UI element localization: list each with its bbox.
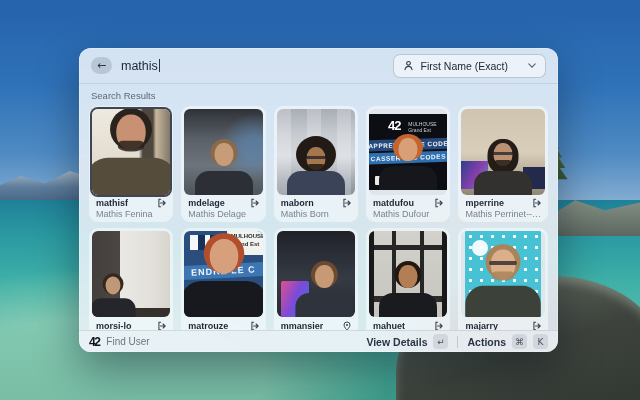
result-card-morsi-lo[interactable]: morsi-lo: [89, 228, 173, 330]
action-bar: 42 Find User View Details ↵ Actions ⌘ K: [79, 330, 558, 352]
enter-key-badge: ↵: [433, 334, 448, 349]
launcher-window: ← mathis First Name (Exact) Search Resul…: [79, 48, 558, 352]
result-photo: [277, 109, 355, 195]
results-grid: mathisf Mathis Fenina mdelage Mathis Del…: [89, 106, 548, 330]
result-username: mahuet: [373, 321, 405, 331]
cmd-key-badge: ⌘: [512, 334, 527, 349]
enter-icon: [157, 198, 167, 208]
text-cursor: [159, 59, 161, 72]
app-name: Find User: [106, 336, 149, 347]
k-key-badge: K: [533, 334, 548, 349]
enter-icon: [532, 198, 542, 208]
result-fullname: Mathis Perrinet--…: [461, 208, 545, 220]
section-title: Search Results: [91, 90, 548, 101]
result-photo: 42 MULHOUSE Grand Est APPRENDRE LE CODE …: [369, 109, 447, 195]
results-area: Search Results mathisf Mathis Fenina: [79, 84, 558, 330]
filter-dropdown-label: First Name (Exact): [420, 60, 508, 72]
result-username: mathisf: [96, 198, 128, 208]
enter-icon: [434, 198, 444, 208]
result-card-mmansier[interactable]: mmansier: [274, 228, 358, 330]
person-silhouette: [465, 244, 541, 317]
chevron-down-icon: [528, 63, 536, 68]
actions-button[interactable]: Actions: [467, 336, 506, 348]
result-fullname: Mathis Fenina: [92, 208, 170, 220]
result-card-mahuet[interactable]: mahuet: [366, 228, 450, 330]
search-input-value: mathis: [121, 59, 158, 73]
enter-icon: [532, 321, 542, 331]
person-silhouette: [294, 261, 354, 317]
result-photo: [277, 231, 355, 317]
enter-icon: [342, 198, 352, 208]
result-username: matrouze: [188, 321, 228, 331]
location-pin-icon: [342, 321, 352, 331]
arrow-left-icon: ←: [97, 59, 106, 72]
result-card-mathisf[interactable]: mathisf Mathis Fenina: [89, 106, 173, 222]
result-photo: [461, 109, 545, 195]
person-icon: [403, 60, 414, 71]
view-details-button[interactable]: View Details: [366, 336, 427, 348]
desktop: ← mathis First Name (Exact) Search Resul…: [0, 0, 640, 400]
divider: [457, 336, 458, 348]
enter-icon: [434, 321, 444, 331]
result-card-mperrine[interactable]: mperrine Mathis Perrinet--…: [458, 106, 548, 222]
person-silhouette: [473, 139, 533, 195]
result-photo: MULHOUSE Grand Est ENDRE LE C ER DES CO: [184, 231, 262, 317]
result-photo: [184, 109, 262, 195]
result-card-majarry[interactable]: majarry: [458, 228, 548, 330]
person-silhouette: [194, 139, 254, 195]
result-card-matdufou[interactable]: 42 MULHOUSE Grand Est APPRENDRE LE CODE …: [366, 106, 450, 222]
enter-icon: [250, 198, 260, 208]
back-button[interactable]: ←: [91, 57, 112, 74]
filter-dropdown[interactable]: First Name (Exact): [393, 54, 546, 78]
search-header: ← mathis First Name (Exact): [79, 48, 558, 84]
result-fullname: Mathis Born: [277, 208, 355, 220]
result-photo: [461, 231, 545, 317]
result-card-matrouze[interactable]: MULHOUSE Grand Est ENDRE LE C ER DES CO …: [181, 228, 265, 330]
result-card-maborn[interactable]: maborn Mathis Born: [274, 106, 358, 222]
result-card-mdelage[interactable]: mdelage Mathis Delage: [181, 106, 265, 222]
person-silhouette: [286, 139, 346, 195]
person-silhouette: [92, 273, 137, 317]
result-photo: [92, 109, 170, 195]
enter-icon: [157, 321, 167, 331]
result-username: matdufou: [373, 198, 414, 208]
search-input[interactable]: mathis: [121, 59, 160, 73]
person-silhouette: [184, 233, 262, 317]
result-fullname: Mathis Delage: [184, 208, 262, 220]
result-username: mdelage: [188, 198, 225, 208]
person-silhouette: [92, 109, 170, 195]
result-photo: [369, 231, 447, 317]
result-username: morsi-lo: [96, 321, 132, 331]
result-username: majarry: [465, 321, 498, 331]
result-username: mmansier: [281, 321, 324, 331]
result-username: mperrine: [465, 198, 504, 208]
result-photo: [92, 231, 170, 317]
enter-icon: [250, 321, 260, 331]
person-silhouette: [378, 261, 438, 317]
person-silhouette: [378, 134, 438, 190]
result-fullname: Mathis Dufour: [369, 208, 447, 220]
42-logo-overlay: 42: [388, 118, 400, 133]
42-logo-icon: 42: [89, 335, 99, 349]
result-username: maborn: [281, 198, 314, 208]
campus-text-overlay: MULHOUSE Grand Est: [408, 121, 435, 133]
